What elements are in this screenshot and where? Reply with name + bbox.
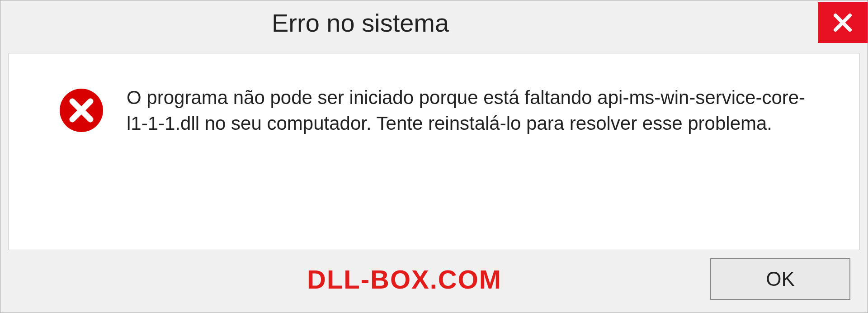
- close-icon: [832, 12, 854, 33]
- error-icon: [59, 88, 104, 133]
- content-panel: O programa não pode ser iniciado porque …: [9, 53, 859, 250]
- error-message: O programa não pode ser iniciado porque …: [127, 85, 814, 136]
- dialog-footer: DLL-BOX.COM OK: [0, 250, 868, 313]
- close-button[interactable]: [818, 2, 868, 43]
- watermark-text: DLL-BOX.COM: [307, 264, 502, 294]
- ok-button[interactable]: OK: [710, 258, 850, 300]
- error-dialog: Erro no sistema O programa não pode ser …: [0, 0, 868, 313]
- titlebar: Erro no sistema: [0, 0, 868, 45]
- dialog-title: Erro no sistema: [0, 8, 449, 38]
